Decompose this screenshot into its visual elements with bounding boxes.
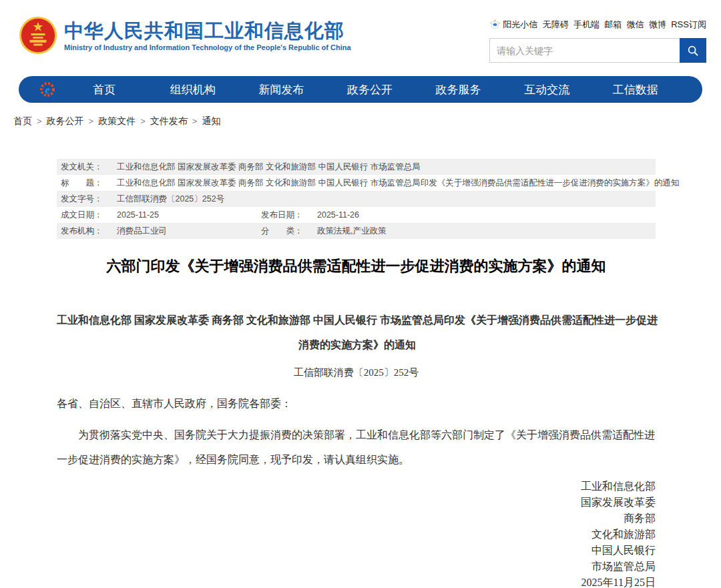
search-button[interactable] — [680, 38, 706, 63]
brand-text: 中华人民共和国工业和信息化部 Ministry of Industry and … — [64, 19, 351, 51]
link-sunshine-xiaoxin[interactable]: 阳光小信 — [503, 19, 537, 31]
meta-label: 标 题： — [61, 175, 109, 191]
meta-row-title: 标 题：工业和信息化部 国家发展改革委 商务部 文化和旅游部 中国人民银行 市场… — [57, 175, 656, 191]
meta-value: 工信部联消费〔2025〕252号 — [117, 194, 224, 204]
breadcrumb-separator: > — [140, 116, 146, 126]
search-input[interactable] — [490, 39, 680, 62]
signature-block: 工业和信息化部 国家发展改革委 商务部 文化和旅游部 中国人民银行 市场监管总局… — [57, 479, 656, 588]
meta-value: 工业和信息化部 国家发展改革委 商务部 文化和旅游部 中国人民银行 市场监管总局… — [117, 178, 679, 188]
page-title: 六部门印发《关于增强消费品供需适配性进一步促进消费的实施方案》的通知 — [57, 257, 656, 276]
site-title: 中华人民共和国工业和信息化部 — [64, 19, 351, 42]
signature-line: 工业和信息化部 — [57, 479, 656, 495]
salutation: 各省、自治区、直辖市人民政府，国务院各部委： — [57, 397, 656, 411]
signature-date: 2025年11月25日 — [57, 575, 656, 588]
breadcrumb-gov-disclosure[interactable]: 政务公开 — [47, 115, 84, 126]
link-mobile[interactable]: 手机端 — [573, 19, 599, 31]
meta-label: 发布日期： — [261, 207, 309, 223]
document-body: 工业和信息化部 国家发展改革委 商务部 文化和旅游部 中国人民银行 市场监管总局… — [57, 308, 656, 588]
nav-item-gov-services[interactable]: 政务服务 — [414, 82, 503, 97]
national-emblem-icon — [19, 16, 57, 55]
meta-label: 成文日期： — [61, 207, 109, 223]
nav-item-news[interactable]: 新闻发布 — [237, 82, 326, 97]
mascot-icon — [489, 19, 501, 31]
nav-item-organization[interactable]: 组织机构 — [149, 82, 238, 97]
link-mail[interactable]: 邮箱 — [604, 19, 622, 31]
breadcrumb: 首页>政务公开>政策文件>文件发布>通知 — [13, 115, 721, 127]
link-weibo[interactable]: 微博 — [649, 19, 666, 31]
miit-gear-e-icon: e — [39, 81, 56, 98]
breadcrumb-separator: > — [89, 116, 94, 126]
main-nav-wrap: e 首页 组织机构 新闻发布 政务公开 政务服务 互动交流 工信数据 — [0, 76, 721, 103]
document-title: 工业和信息化部 国家发展改革委 商务部 文化和旅游部 中国人民银行 市场监管总局… — [57, 308, 658, 357]
nav-item-miit-data[interactable]: 工信数据 — [591, 82, 680, 97]
breadcrumb-separator: > — [37, 116, 42, 126]
breadcrumb-file-release[interactable]: 文件发布 — [150, 115, 188, 126]
search-icon — [687, 45, 699, 57]
signature-line: 文化和旅游部 — [57, 527, 656, 543]
link-accessibility[interactable]: 无障碍 — [543, 19, 569, 31]
meta-value: 2025-11-25 — [117, 210, 159, 220]
site-brand[interactable]: 中华人民共和国工业和信息化部 Ministry of Industry and … — [19, 16, 351, 55]
doc-meta-table: 发文机关：工业和信息化部 国家发展改革委 商务部 文化和旅游部 中国人民银行 市… — [57, 159, 656, 239]
meta-row-dates: 成文日期：2025-11-25发布日期：2025-11-26 — [57, 207, 656, 223]
meta-label: 发布机构： — [61, 223, 109, 239]
body-paragraph: 为贯彻落实党中央、国务院关于大力提振消费的决策部署，工业和信息化部等六部门制定了… — [57, 422, 656, 472]
breadcrumb-home[interactable]: 首页 — [13, 115, 32, 126]
meta-value: 2025-11-26 — [317, 210, 359, 220]
svg-text:e: e — [45, 84, 49, 95]
meta-value: 工业和信息化部 国家发展改革委 商务部 文化和旅游部 中国人民银行 市场监管总局 — [117, 162, 421, 172]
meta-value: 政策法规,产业政策 — [317, 226, 386, 236]
header-right: 阳光小信 无障碍 手机端 邮箱 微信 微博 RSS订阅 — [489, 19, 706, 63]
signature-line: 市场监管总局 — [57, 559, 656, 575]
main-nav: e 首页 组织机构 新闻发布 政务公开 政务服务 互动交流 工信数据 — [19, 76, 702, 103]
meta-label: 分 类： — [261, 223, 309, 239]
meta-row-doc-number: 发文字号：工信部联消费〔2025〕252号 — [57, 191, 656, 207]
link-rss[interactable]: RSS订阅 — [671, 19, 706, 31]
nav-item-home[interactable]: 首页 — [60, 82, 149, 97]
meta-row-issuing-agency: 发文机关：工业和信息化部 国家发展改革委 商务部 文化和旅游部 中国人民银行 市… — [57, 159, 656, 175]
site-header: 中华人民共和国工业和信息化部 Ministry of Industry and … — [0, 0, 721, 76]
meta-label: 发文机关： — [61, 159, 109, 175]
article: 六部门印发《关于增强消费品供需适配性进一步促进消费的实施方案》的通知 工业和信息… — [57, 257, 656, 588]
signature-line: 中国人民银行 — [57, 543, 656, 559]
site-subtitle: Ministry of Industry and Information Tec… — [64, 43, 351, 51]
document-number: 工信部联消费〔2025〕252号 — [57, 366, 656, 379]
meta-row-publisher-category: 发布机构：消费品工业司分 类：政策法规,产业政策 — [57, 223, 656, 239]
signature-line: 国家发展改革委 — [57, 495, 656, 511]
meta-value: 消费品工业司 — [117, 226, 167, 236]
nav-item-gov-disclosure[interactable]: 政务公开 — [326, 82, 415, 97]
signature-line: 商务部 — [57, 511, 656, 527]
nav-item-interaction[interactable]: 互动交流 — [503, 82, 591, 97]
meta-label: 发文字号： — [61, 191, 109, 207]
breadcrumb-current: 通知 — [202, 115, 220, 126]
search-bar — [489, 38, 706, 63]
utility-links: 阳光小信 无障碍 手机端 邮箱 微信 微博 RSS订阅 — [489, 19, 706, 31]
link-wechat[interactable]: 微信 — [627, 19, 644, 31]
breadcrumb-policy-files[interactable]: 政策文件 — [98, 115, 136, 126]
breadcrumb-separator: > — [192, 116, 198, 126]
